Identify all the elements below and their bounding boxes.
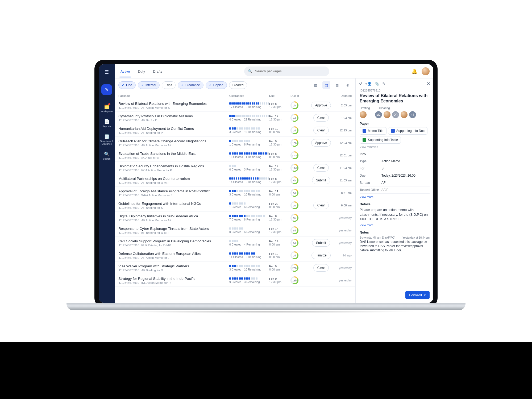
view-list-icon[interactable]: ▤ xyxy=(322,81,330,89)
chip-label: Cleared xyxy=(232,83,244,87)
detail-panel: ↺ +👤 📎 ✎ ✕ ID12345678910 Review of Bilat… xyxy=(356,78,433,303)
row-updated: 8:31 am xyxy=(333,191,352,194)
clearance-bars xyxy=(229,240,269,242)
table-row[interactable]: Guidelines for Engagement with Internati… xyxy=(115,199,355,212)
cleared-count: 9 Cleared xyxy=(229,280,242,284)
due-in-value: 8h xyxy=(292,215,297,221)
due-date: Feb 14 xyxy=(269,227,290,230)
remaining-count: 4 Remaining xyxy=(244,243,260,246)
clearance-bars xyxy=(229,102,269,105)
row-action-button[interactable]: Approve xyxy=(311,102,331,109)
table-row[interactable]: Strategy for Regional Stability in the I… xyxy=(115,274,355,287)
panel-toolbar: ↺ +👤 📎 ✎ ✕ xyxy=(356,78,433,89)
row-id: ID12345678910 xyxy=(118,231,139,234)
row-action-button[interactable]: Submit xyxy=(312,239,330,247)
menu-icon[interactable]: ☰ xyxy=(101,67,112,77)
main-tabs: Active Duty Drafts xyxy=(120,65,162,77)
due-in-ring: 11d xyxy=(290,164,298,172)
clearance-bars xyxy=(229,152,269,155)
topbar: Active Duty Drafts 🔍 🔔 xyxy=(115,64,433,78)
tab-active[interactable]: Active xyxy=(120,65,130,77)
table-row[interactable]: Outreach Plan for Climate Change Accord … xyxy=(115,137,355,149)
table-row[interactable]: Multilateral Partnerships on Counterterr… xyxy=(115,174,355,187)
row-action-button[interactable]: Finalize xyxy=(311,252,330,259)
row-action-button[interactable]: Clear xyxy=(313,264,329,272)
sidebar-item-workspace[interactable]: 🗂️ Workspace xyxy=(99,102,114,115)
filter-chip-clearance[interactable]: ✓Clearance xyxy=(178,81,203,89)
row-action-button[interactable]: Clear xyxy=(313,202,329,209)
table-row[interactable]: Approval of Foreign Assistance Programs … xyxy=(115,187,355,199)
paper-chip[interactable]: Supporting Info Doc xyxy=(388,127,427,135)
col-due: Due xyxy=(269,94,290,97)
table-row[interactable]: Review of Bilateral Relations with Emerg… xyxy=(115,99,355,112)
clearing-avatar[interactable]: QR xyxy=(392,111,399,118)
paper-chip[interactable]: Supporting Info Table xyxy=(360,136,401,144)
rows-container[interactable]: Review of Bilateral Relations with Emerg… xyxy=(115,99,355,303)
row-id: ID12345678910 xyxy=(118,219,139,222)
paper-chips: Memo TitleSupporting Info DocSupporting … xyxy=(360,127,430,144)
col-updated: Updated xyxy=(333,94,352,97)
table-row[interactable]: Defense Collaboration with Eastern Europ… xyxy=(115,249,355,262)
table-row[interactable]: Diplomatic Security Enhancements in Host… xyxy=(115,162,355,174)
view-removed-link[interactable]: View removed xyxy=(360,145,378,148)
paper-chip[interactable]: Memo Title xyxy=(360,127,386,135)
close-icon[interactable]: ✕ xyxy=(427,81,430,86)
document-icon: 📄 xyxy=(104,119,110,124)
note-time: Yesterday at 10:44am xyxy=(402,236,430,239)
sidebar-item-search[interactable]: 🔍 Search xyxy=(99,149,114,163)
cleared-count: 3 Cleared xyxy=(229,193,242,196)
attachment-icon[interactable]: 📎 xyxy=(375,82,379,86)
tab-duty[interactable]: Duty xyxy=(138,65,145,77)
edit-icon[interactable]: ✎ xyxy=(382,82,385,86)
clearing-more[interactable]: +4 xyxy=(409,111,416,118)
table-row[interactable]: Visa Waiver Program with Strategic Partn… xyxy=(115,262,355,274)
clearing-avatar[interactable] xyxy=(384,111,390,118)
table-row[interactable]: Civil Society Support Program in Develop… xyxy=(115,237,355,249)
compose-button[interactable]: ✎ xyxy=(101,84,112,95)
user-avatar[interactable] xyxy=(422,67,430,75)
briefcase-icon: 🗂️ xyxy=(104,104,110,110)
remaining-count: 8 Remaining xyxy=(244,218,260,221)
drafting-avatar[interactable] xyxy=(360,111,367,118)
toggle-icon[interactable]: ⊘ xyxy=(344,81,352,89)
history-icon[interactable]: ↺ xyxy=(359,82,362,86)
filter-chip-cleared[interactable]: Cleared xyxy=(229,81,247,89)
tab-drafts[interactable]: Drafts xyxy=(153,65,162,77)
forward-button[interactable]: Forward ▾ xyxy=(405,291,430,299)
view-columns-icon[interactable]: ▥ xyxy=(333,81,341,89)
bell-icon[interactable]: 🔔 xyxy=(412,68,417,74)
table-row[interactable]: Digital Diplomacy Initiatives in Sub-Sah… xyxy=(115,212,355,224)
clearing-heading: Clearing xyxy=(379,106,390,110)
filter-chip-internal[interactable]: ✓Internal xyxy=(138,81,160,89)
add-person-icon[interactable]: +👤 xyxy=(365,82,372,86)
filter-chip-copied[interactable]: ✓Copied xyxy=(206,81,227,89)
table-row[interactable]: Evaluation of Trade Sanctions in the Mid… xyxy=(115,149,355,162)
table-row[interactable]: Cybersecurity Protocols in Diplomatic Mi… xyxy=(115,112,355,124)
notes-heading: Notes xyxy=(360,231,430,234)
filter-chip-trips[interactable]: Trips xyxy=(162,81,176,89)
due-date: Feb 19 xyxy=(269,165,290,168)
view-more-info-link[interactable]: View more xyxy=(360,195,373,198)
search-field[interactable]: 🔍 xyxy=(244,66,329,76)
view-grid-icon[interactable]: ▦ xyxy=(312,81,320,89)
search-input[interactable] xyxy=(255,69,326,73)
due-in-value: 4h xyxy=(292,177,297,183)
search-icon: 🔍 xyxy=(248,69,252,73)
sidebar-item-reports[interactable]: 📄 Reports xyxy=(99,117,114,130)
due-date: Feb 8 xyxy=(269,152,290,155)
row-action-button[interactable]: Approve xyxy=(311,139,331,147)
search-icon: 🔍 xyxy=(104,151,110,157)
row-action-button[interactable]: Clear xyxy=(313,114,329,122)
filter-chip-line[interactable]: ✓Line xyxy=(118,81,136,89)
document-icon xyxy=(363,129,366,133)
table-row[interactable]: Response to Cyber Espionage Threats from… xyxy=(115,224,355,237)
row-title: Approval of Foreign Assistance Programs … xyxy=(118,189,229,193)
sidebar-item-templates[interactable]: 🗒️ Templates & Guidance xyxy=(99,132,114,148)
view-more-details-link[interactable]: View more xyxy=(360,223,373,227)
row-action-button[interactable]: Submit xyxy=(312,177,330,184)
table-row[interactable]: Humanitarian Aid Deployment to Conflict … xyxy=(115,124,355,137)
row-action-button[interactable]: Clear xyxy=(313,164,329,172)
row-action-button[interactable]: Clear xyxy=(313,127,329,134)
clearing-avatar[interactable]: MC xyxy=(375,111,382,118)
clearing-avatar[interactable] xyxy=(401,111,408,118)
